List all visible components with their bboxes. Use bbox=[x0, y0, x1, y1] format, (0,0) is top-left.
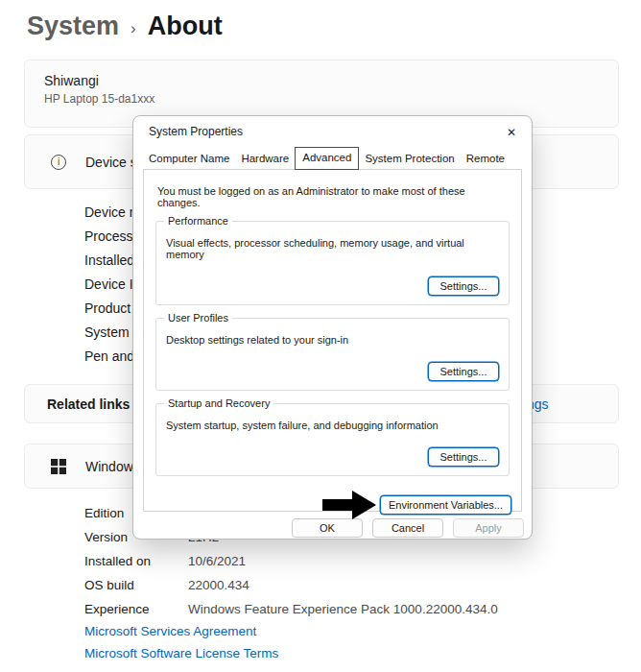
tab-computer-name[interactable]: Computer Name bbox=[143, 149, 235, 169]
ok-button[interactable]: OK bbox=[292, 518, 363, 538]
admin-note: You must be logged on as an Administrato… bbox=[157, 185, 508, 208]
breadcrumb-separator-icon: › bbox=[131, 15, 136, 38]
tab-remote[interactable]: Remote bbox=[461, 149, 510, 169]
breadcrumb-about: About bbox=[148, 12, 223, 41]
windows-logo-icon bbox=[51, 459, 66, 474]
startup-recovery-settings-button[interactable]: Settings... bbox=[428, 447, 499, 467]
device-model: HP Laptop 15-da1xxx bbox=[44, 92, 599, 106]
cancel-button[interactable]: Cancel bbox=[372, 518, 443, 538]
dialog-tabs: Computer Name Hardware Advanced System P… bbox=[133, 147, 532, 169]
microsoft-services-agreement-link[interactable]: Microsoft Services Agreement bbox=[84, 624, 278, 638]
user-profiles-description: Desktop settings related to your sign-in bbox=[166, 334, 499, 346]
annotation-arrow-icon bbox=[322, 490, 377, 520]
close-icon[interactable]: ✕ bbox=[502, 124, 521, 141]
footer-links: Microsoft Services Agreement Microsoft S… bbox=[84, 624, 278, 660]
startup-recovery-group: Startup and Recovery System startup, sys… bbox=[155, 403, 510, 476]
user-profiles-group-legend: User Profiles bbox=[164, 312, 232, 324]
related-links-title: Related links bbox=[47, 396, 130, 412]
microsoft-software-license-link[interactable]: Microsoft Software License Terms bbox=[84, 646, 278, 660]
dialog-title: System Properties bbox=[149, 125, 243, 138]
environment-variables-row: Environment Variables... bbox=[155, 490, 511, 520]
breadcrumb-system[interactable]: System bbox=[27, 12, 119, 41]
performance-settings-button[interactable]: Settings... bbox=[428, 276, 499, 296]
tab-system-protection[interactable]: System Protection bbox=[359, 149, 460, 169]
user-profiles-group: User Profiles Desktop settings related t… bbox=[155, 318, 510, 391]
tab-hardware[interactable]: Hardware bbox=[235, 149, 295, 169]
windows-row-installed-on: Installed on 10/6/2021 bbox=[84, 549, 607, 573]
performance-group-legend: Performance bbox=[164, 215, 232, 227]
environment-variables-button[interactable]: Environment Variables... bbox=[380, 495, 511, 515]
windows-row-os-build: OS build 22000.434 bbox=[84, 573, 607, 597]
info-icon: i bbox=[51, 155, 66, 170]
advanced-tab-pane: You must be logged on as an Administrato… bbox=[143, 169, 522, 512]
windows-row-experience: Experience Windows Feature Experience Pa… bbox=[84, 597, 607, 621]
startup-recovery-group-legend: Startup and Recovery bbox=[164, 397, 273, 409]
tab-advanced[interactable]: Advanced bbox=[295, 147, 359, 170]
system-properties-dialog: System Properties ✕ Computer Name Hardwa… bbox=[132, 115, 533, 540]
startup-recovery-description: System startup, system failure, and debu… bbox=[166, 420, 499, 431]
device-owner-name: Shiwangi bbox=[44, 73, 599, 88]
apply-button[interactable]: Apply bbox=[453, 518, 524, 538]
performance-description: Visual effects, processor scheduling, me… bbox=[166, 237, 499, 260]
performance-group: Performance Visual effects, processor sc… bbox=[155, 221, 510, 305]
breadcrumb: System › About bbox=[27, 12, 223, 41]
dialog-titlebar[interactable]: System Properties bbox=[133, 116, 532, 147]
user-profiles-settings-button[interactable]: Settings... bbox=[428, 362, 499, 381]
